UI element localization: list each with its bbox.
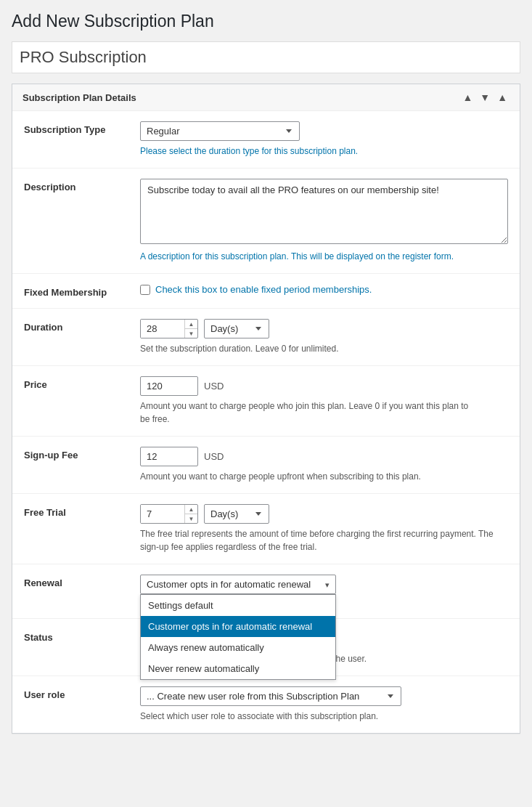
free-trial-unit-select[interactable]: Day(s) Week(s) Month(s) Year(s) (204, 504, 269, 524)
duration-field: ▲ ▼ Day(s) Week(s) Month(s) Year(s) Set … (140, 319, 508, 355)
status-label: Status (24, 629, 140, 643)
free-trial-spinner: ▲ ▼ (184, 505, 197, 523)
fixed-membership-field: Check this box to enable fixed period me… (140, 284, 508, 295)
free-trial-field: ▲ ▼ Day(s) Week(s) Month(s) Year(s) The … (140, 504, 508, 553)
renewal-field: Customer opts in for automatic renewal S… (140, 575, 508, 608)
duration-number-wrapper: ▲ ▼ (140, 319, 198, 338)
renewal-row: Renewal Customer opts in for automatic r… (12, 564, 520, 619)
renewal-option-always-renew[interactable]: Always renew automatically (141, 637, 335, 658)
user-role-row: User role ... Create new user role from … (12, 676, 520, 733)
free-trial-number-input[interactable] (141, 505, 184, 523)
subscription-type-select[interactable]: Regular Lifetime One-time (140, 121, 300, 141)
fixed-membership-checkbox[interactable] (140, 285, 150, 295)
subscription-type-hint: Please select the duration type for this… (140, 145, 508, 158)
description-label: Description (24, 179, 140, 192)
price-input-row: USD (140, 376, 508, 396)
renewal-select-display[interactable]: Customer opts in for automatic renewal (140, 575, 336, 594)
duration-hint: Set the subscription duration. Leave 0 f… (140, 342, 508, 355)
duration-number-input[interactable] (141, 320, 184, 338)
free-trial-decrement[interactable]: ▼ (185, 514, 197, 523)
signup-fee-currency: USD (204, 451, 224, 462)
free-trial-increment[interactable]: ▲ (185, 505, 197, 514)
user-role-field: ... Create new user role from this Subsc… (140, 686, 508, 723)
fixed-membership-row: Fixed Membership Check this box to enabl… (12, 274, 520, 309)
subscription-type-field: Regular Lifetime One-time Please select … (140, 121, 508, 158)
description-textarea[interactable]: Subscribe today to avail all the PRO fea… (140, 179, 508, 244)
price-hint: Amount you want to charge people who joi… (140, 400, 508, 426)
renewal-selected-text: Customer opts in for automatic renewal (147, 579, 311, 590)
renewal-label: Renewal (24, 575, 140, 588)
signup-fee-hint: Amount you want to charge people upfront… (140, 470, 508, 483)
free-trial-input-row: ▲ ▼ Day(s) Week(s) Month(s) Year(s) (140, 504, 508, 524)
fixed-membership-checkbox-row: Check this box to enable fixed period me… (140, 284, 508, 295)
duration-label: Duration (24, 319, 140, 333)
description-row: Description Subscribe today to avail all… (12, 169, 520, 274)
signup-fee-input[interactable] (140, 447, 198, 466)
duration-increment[interactable]: ▲ (185, 320, 197, 329)
signup-fee-label: Sign-up Fee (24, 447, 140, 461)
renewal-dropdown: Settings default Customer opts in for au… (140, 594, 336, 680)
price-currency: USD (204, 381, 224, 392)
price-row: Price USD Amount you want to charge peop… (12, 366, 520, 437)
renewal-option-customer-opts-in[interactable]: Customer opts in for automatic renewal (141, 616, 335, 637)
card-down-arrow[interactable]: ▼ (478, 92, 492, 103)
description-hint: A description for this subscription plan… (140, 250, 508, 263)
duration-input-row: ▲ ▼ Day(s) Week(s) Month(s) Year(s) (140, 319, 508, 338)
duration-spinner: ▲ ▼ (184, 320, 197, 338)
card-header-title: Subscription Plan Details (22, 92, 136, 103)
duration-decrement[interactable]: ▼ (185, 329, 197, 338)
fixed-membership-checkbox-label[interactable]: Check this box to enable fixed period me… (155, 284, 372, 295)
free-trial-label: Free Trial (24, 504, 140, 518)
subscription-plan-details-card: Subscription Plan Details ▲ ▼ ▲ Subscrip… (12, 84, 520, 734)
user-role-hint: Select which user role to associate with… (140, 710, 508, 723)
subscription-type-label: Subscription Type (24, 121, 140, 135)
price-field: USD Amount you want to charge people who… (140, 376, 508, 426)
free-trial-hint: The free trial represents the amount of … (140, 527, 508, 553)
price-label: Price (24, 376, 140, 390)
plan-name-input[interactable] (12, 41, 520, 73)
description-field: Subscribe today to avail all the PRO fea… (140, 179, 508, 263)
user-role-label: User role (24, 686, 140, 700)
card-up-arrow[interactable]: ▲ (460, 92, 475, 103)
signup-fee-row: Sign-up Fee USD Amount you want to charg… (12, 437, 520, 494)
fixed-membership-label: Fixed Membership (24, 284, 140, 298)
free-trial-row: Free Trial ▲ ▼ Day(s) Week(s) Month(s) (12, 494, 520, 564)
renewal-option-settings-default[interactable]: Settings default (141, 595, 335, 616)
duration-unit-select[interactable]: Day(s) Week(s) Month(s) Year(s) (204, 319, 269, 338)
price-input[interactable] (140, 376, 198, 396)
signup-fee-input-row: USD (140, 447, 508, 466)
duration-row: Duration ▲ ▼ Day(s) Week(s) Month(s) (12, 309, 520, 366)
card-collapse-arrow[interactable]: ▲ (495, 92, 510, 103)
card-header-actions: ▲ ▼ ▲ (460, 92, 510, 103)
renewal-wrapper: Customer opts in for automatic renewal S… (140, 575, 336, 594)
card-header: Subscription Plan Details ▲ ▼ ▲ (12, 84, 520, 111)
renewal-option-never-renew[interactable]: Never renew automatically (141, 658, 335, 679)
page-title: Add New Subscription Plan (12, 12, 520, 31)
user-role-select[interactable]: ... Create new user role from this Subsc… (140, 686, 401, 706)
subscription-type-row: Subscription Type Regular Lifetime One-t… (12, 111, 520, 169)
card-body: Subscription Type Regular Lifetime One-t… (12, 111, 520, 733)
signup-fee-field: USD Amount you want to charge people upf… (140, 447, 508, 483)
free-trial-number-wrapper: ▲ ▼ (140, 504, 198, 524)
